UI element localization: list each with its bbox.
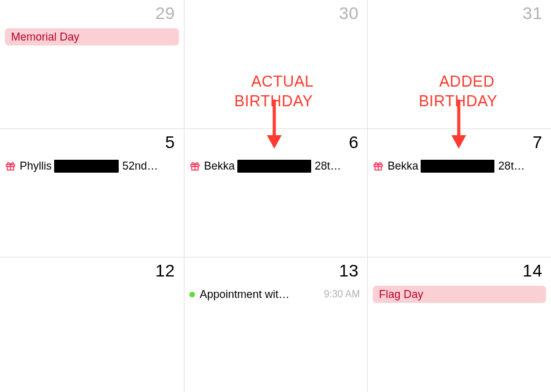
calendar-month-grid: 29 Memorial Day 30 31 5 (0, 0, 551, 392)
birthday-first-name: Bekka (204, 160, 235, 173)
birthday-event[interactable]: Bekka 28t… (184, 157, 368, 174)
calendar-day-cell[interactable]: 6 Bekka 28t… (184, 128, 368, 257)
day-number: 31 (523, 4, 542, 23)
day-events: Bekka 28t… (368, 157, 551, 174)
day-number: 12 (156, 261, 175, 281)
appointment-title: Appointment wit… (200, 288, 318, 301)
day-number: 13 (339, 261, 359, 281)
birthday-first-name: Bekka (387, 160, 418, 173)
calendar-day-cell[interactable]: 29 Memorial Day (0, 0, 184, 128)
redacted-block (237, 160, 311, 173)
day-number: 30 (339, 4, 359, 23)
birthday-tail: 52nd… (122, 160, 179, 173)
holiday-event[interactable]: Memorial Day (5, 28, 179, 45)
birthday-first-name: Phyllis (20, 160, 52, 173)
gift-icon (373, 160, 384, 171)
day-number: 6 (349, 133, 359, 152)
holiday-title: Memorial Day (11, 28, 79, 45)
calendar-day-cell[interactable]: 30 (184, 0, 368, 128)
calendar-day-cell[interactable]: 7 Bekka 28t… (367, 128, 551, 257)
calendar-day-cell[interactable]: 31 (367, 0, 551, 128)
calendar-dot-icon (189, 292, 195, 297)
calendar-day-cell[interactable]: 12 (0, 257, 184, 392)
holiday-event[interactable]: Flag Day (373, 286, 546, 303)
day-events: Phyllis 52nd… (0, 157, 184, 174)
gift-icon (5, 160, 16, 171)
holiday-title: Flag Day (379, 286, 423, 303)
day-events: Memorial Day (0, 28, 184, 45)
gift-icon (189, 160, 200, 171)
birthday-event[interactable]: Phyllis 52nd… (0, 157, 184, 174)
calendar-day-cell[interactable]: 14 Flag Day (367, 257, 551, 392)
calendar-day-cell[interactable]: 13 Appointment wit… 9:30 AM (184, 257, 368, 392)
calendar-day-cell[interactable]: 5 Phyllis 52nd… (0, 128, 184, 257)
birthday-event[interactable]: Bekka 28t… (368, 157, 551, 174)
day-number: 5 (165, 133, 175, 152)
day-number: 14 (523, 261, 542, 281)
birthday-tail: 28t… (498, 160, 546, 173)
birthday-tail: 28t… (315, 160, 363, 173)
redacted-block (54, 160, 119, 173)
appointment-event[interactable]: Appointment wit… 9:30 AM (184, 286, 368, 303)
day-events: Bekka 28t… (184, 157, 368, 174)
day-events: Flag Day (368, 286, 551, 303)
day-number: 7 (533, 133, 542, 152)
day-number: 29 (156, 4, 175, 23)
appointment-time: 9:30 AM (324, 289, 360, 300)
redacted-block (421, 160, 494, 173)
day-events: Appointment wit… 9:30 AM (184, 286, 368, 303)
